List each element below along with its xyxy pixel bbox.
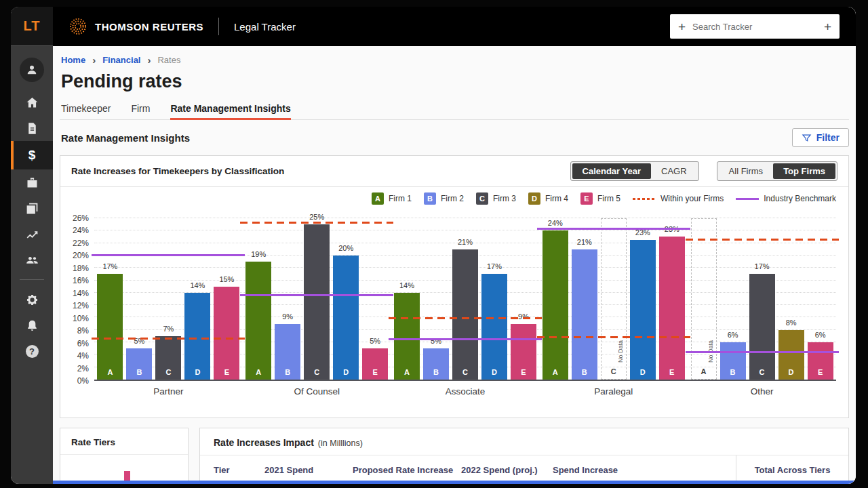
- no-data-bar[interactable]: No DataA: [691, 218, 717, 380]
- y-axis: 0%2%4%6%8%10%12%14%16%18%20%22%24%26%: [66, 218, 94, 381]
- no-data-bar[interactable]: No DataC: [601, 218, 627, 380]
- bar-letter: E: [214, 368, 239, 376]
- legend-label: Firm 2: [441, 194, 464, 203]
- bar-firm-B[interactable]: 6%B: [720, 342, 746, 380]
- bar-firm-E[interactable]: 23%E: [659, 237, 685, 380]
- bar-firm-A[interactable]: 17%A: [97, 274, 123, 380]
- toggle-period: Calendar YearCAGR: [570, 161, 699, 181]
- chart-group-other: No DataA6%B17%C8%D6%EOther: [691, 218, 833, 380]
- bar-firm-A[interactable]: 24%A: [542, 230, 568, 380]
- sidebar-item-notifications[interactable]: [11, 312, 53, 338]
- sidebar-item-settings[interactable]: [11, 287, 53, 312]
- bar-firm-B[interactable]: 5%B: [126, 348, 152, 380]
- sidebar-item-matters[interactable]: [11, 169, 53, 195]
- y-tick-label: 20%: [73, 251, 89, 260]
- chart-plot: 17%A5%B7%C14%D15%EPartner19%A9%B25%C20%D…: [94, 218, 836, 381]
- chart-group-of-counsel: 19%A9%B25%C20%D5%EOf Counsel: [245, 218, 388, 380]
- sidebar-item-profile[interactable]: [11, 54, 53, 85]
- sidebar-items: $?: [11, 46, 53, 364]
- toggle-firms: All FirmsTop Firms: [717, 161, 837, 181]
- bar-firm-A[interactable]: 19%A: [245, 262, 271, 380]
- legend-swatch-C: C: [476, 192, 488, 205]
- tab-timekeeper[interactable]: Timekeeper: [61, 99, 111, 119]
- search-input[interactable]: [692, 22, 817, 32]
- trend-icon: [25, 227, 39, 241]
- sidebar-item-news[interactable]: [11, 195, 53, 221]
- filter-button[interactable]: Filter: [792, 128, 849, 147]
- bar-firm-E[interactable]: 9%E: [511, 324, 536, 380]
- bar-letter: C: [155, 368, 181, 376]
- bar-firm-E[interactable]: 6%E: [808, 342, 833, 380]
- bottom-panels: Rate Tiers 1 Rate Increases Impact (in M…: [60, 428, 849, 484]
- chart-toggles: Calendar YearCAGRAll FirmsTop Firms: [570, 161, 837, 181]
- category-label: Paralegal: [542, 386, 685, 396]
- bar-letter: A: [542, 368, 568, 376]
- toggle-option-top-firms[interactable]: Top Firms: [773, 163, 835, 179]
- within-your-firms-line: [537, 336, 690, 338]
- sidebar-item-documents[interactable]: [11, 115, 53, 141]
- bar-slot: 23%D: [630, 218, 656, 380]
- legend-item-firm-1: AFirm 1: [372, 192, 412, 205]
- page-title: Pending rates: [60, 71, 849, 92]
- bar-firm-B[interactable]: 21%B: [572, 249, 597, 380]
- breadcrumb-financial[interactable]: Financial: [102, 55, 140, 65]
- toggle-option-all-firms[interactable]: All Firms: [719, 163, 774, 179]
- toggle-option-cagr[interactable]: CAGR: [651, 163, 697, 179]
- bar-slot: 9%E: [511, 218, 536, 380]
- bar-firm-D[interactable]: 8%D: [778, 330, 804, 380]
- bar-firm-E[interactable]: 5%E: [362, 348, 388, 380]
- bar-letter: B: [423, 368, 449, 376]
- bar-value-label: 17%: [102, 262, 117, 270]
- breadcrumb-home[interactable]: Home: [61, 55, 85, 65]
- add-icon[interactable]: +: [824, 20, 831, 33]
- app-logo[interactable]: LT: [11, 7, 53, 46]
- search-tracker[interactable]: + +: [670, 14, 840, 39]
- sidebar: LT $?: [11, 7, 53, 484]
- sidebar-item-contacts[interactable]: [11, 247, 53, 272]
- bar-letter: E: [808, 368, 833, 376]
- y-tick-label: 22%: [73, 239, 89, 248]
- bar-firm-D[interactable]: 17%D: [481, 274, 507, 380]
- bar-letter: E: [659, 368, 685, 376]
- top-header: THOMSON REUTERS Legal Tracker + +: [53, 7, 856, 46]
- legend-item-industry-benchmark: Industry Benchmark: [736, 194, 836, 203]
- bar-firm-C[interactable]: 17%C: [749, 274, 775, 380]
- industry-benchmark-line: [686, 351, 839, 353]
- bar-slot: 17%C: [749, 218, 775, 380]
- bar-firm-C[interactable]: 21%C: [452, 249, 478, 380]
- bar-firm-D[interactable]: 20%D: [333, 256, 359, 380]
- bar-firm-D[interactable]: 14%D: [184, 293, 210, 380]
- bar-letter: C: [749, 368, 775, 376]
- y-tick-label: 6%: [77, 339, 89, 348]
- bar-firm-B[interactable]: 5%B: [423, 348, 449, 380]
- bar-slot: No DataC: [601, 218, 627, 380]
- bar-slot: 9%B: [275, 218, 300, 380]
- sidebar-item-home[interactable]: [11, 89, 53, 115]
- y-tick-label: 26%: [73, 214, 89, 223]
- bar-slot: 15%E: [214, 218, 239, 380]
- legend-label: Industry Benchmark: [764, 194, 836, 203]
- tab-bar: TimekeeperFirmRate Management Insights: [60, 99, 849, 120]
- no-data-label: No Data: [617, 340, 624, 363]
- bar-value-label: 19%: [251, 250, 266, 258]
- bar-firm-E[interactable]: 15%E: [214, 287, 239, 380]
- search-add-icon[interactable]: +: [678, 20, 686, 33]
- bar-firm-D[interactable]: 23%D: [630, 240, 656, 380]
- tab-rate-management-insights[interactable]: Rate Management Insights: [170, 99, 290, 119]
- bar-slot: 17%D: [481, 218, 507, 380]
- bar-firm-A[interactable]: 14%A: [394, 293, 420, 380]
- rate-increases-impact-card: Rate Increases Impact (in Milllions) Tie…: [199, 428, 849, 484]
- legend-label: Within your Firms: [660, 194, 724, 203]
- chart-group-partner: 17%A5%B7%C14%D15%EPartner: [97, 218, 239, 380]
- bar-firm-B[interactable]: 9%B: [275, 324, 300, 380]
- bar-letter: B: [572, 368, 597, 376]
- toggle-option-calendar-year[interactable]: Calendar Year: [572, 163, 651, 179]
- bar-value-label: 25%: [309, 213, 324, 221]
- bar-firm-C[interactable]: 25%C: [304, 224, 330, 380]
- bar-firm-C[interactable]: 7%C: [155, 336, 181, 380]
- sidebar-item-financial[interactable]: $: [11, 141, 53, 169]
- bar-letter: B: [720, 368, 746, 376]
- tab-firm[interactable]: Firm: [131, 99, 150, 119]
- sidebar-item-analytics[interactable]: [11, 221, 53, 247]
- sidebar-item-help[interactable]: ?: [11, 338, 53, 364]
